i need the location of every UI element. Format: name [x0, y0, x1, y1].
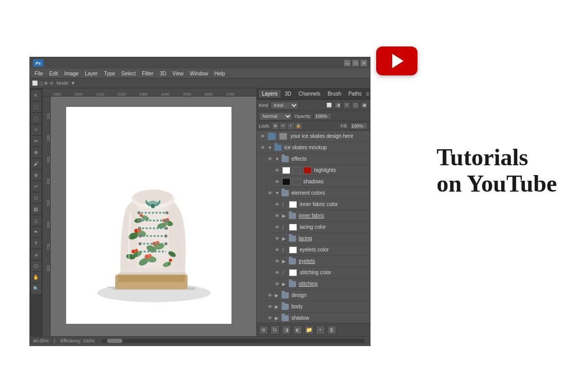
visibility-eye-icon[interactable]: 👁 [273, 212, 281, 219]
layer-item[interactable]: 👁 ▶ shadow [264, 312, 370, 323]
filter-shape-icon[interactable]: ⬡ [352, 102, 359, 109]
move-tool[interactable]: ↖ [31, 90, 41, 101]
layer-item[interactable]: 👁 ▶ lacing [271, 233, 370, 244]
visibility-eye-icon[interactable]: 👁 [266, 190, 273, 197]
tab-paths[interactable]: Paths [345, 90, 365, 98]
expand-icon[interactable]: ▶ [282, 259, 287, 264]
crop-tool[interactable]: ⊹ [31, 124, 41, 135]
filter-select[interactable]: Kind [270, 101, 299, 109]
visibility-eye-icon[interactable]: 👁 [273, 246, 281, 254]
fill-value[interactable]: 100% [350, 122, 368, 130]
layer-item[interactable]: 👁 ▼ effects [264, 153, 370, 165]
minimize-button[interactable]: — [344, 60, 350, 66]
maximize-button[interactable]: □ [352, 60, 359, 66]
layer-item[interactable]: 👁 ƒ inner fabric color [271, 199, 370, 210]
lock-all-icon[interactable]: 🔒 [296, 123, 302, 129]
expand-icon[interactable]: ▼ [275, 191, 280, 196]
visibility-eye-icon[interactable]: 👁 [273, 224, 281, 231]
expand-icon[interactable]: ▶ [282, 213, 287, 218]
add-mask-icon[interactable]: ◑ [282, 325, 291, 335]
blur-tool[interactable]: △ [31, 215, 41, 226]
layer-item[interactable]: 👁 ▶ stitching [271, 278, 370, 290]
tab-brush[interactable]: Brush [324, 90, 344, 98]
visibility-eye-icon[interactable]: 👁 [273, 178, 281, 185]
layer-item[interactable]: 👁 ƒ lacing color [271, 222, 370, 233]
menu-3d[interactable]: 3D [157, 71, 169, 76]
close-button[interactable]: ✕ [361, 60, 367, 66]
link-layers-icon[interactable]: ⊕ [259, 325, 268, 335]
visibility-eye-icon[interactable]: 👁 [259, 144, 266, 151]
expand-icon[interactable]: ▼ [268, 145, 273, 150]
layer-item[interactable]: 👁 ▶ inner fabric [271, 210, 370, 222]
brush-tool[interactable]: 🖌 [31, 159, 41, 169]
expand-icon[interactable]: ▶ [275, 293, 280, 298]
path-tool[interactable]: ⊿ [31, 249, 41, 260]
eraser-tool[interactable]: ◻ [31, 193, 41, 203]
menu-window[interactable]: Window [187, 71, 211, 76]
layer-item[interactable]: 👁 ƒ stitching color [271, 267, 370, 278]
type-tool[interactable]: T [31, 238, 41, 248]
filter-smart-icon[interactable]: ◉ [361, 102, 368, 109]
youtube-button[interactable] [376, 46, 417, 75]
menu-edit[interactable]: Edit [47, 71, 60, 76]
layer-item[interactable]: 👁 ƒ eyelets color [271, 244, 370, 256]
visibility-eye-icon[interactable]: 👁 [266, 315, 273, 322]
expand-icon[interactable]: ▼ [275, 156, 280, 162]
visibility-eye-icon[interactable]: 👁 [273, 235, 281, 242]
tab-channels[interactable]: Channels [296, 90, 323, 98]
gradient-tool[interactable]: ▤ [31, 204, 41, 214]
layer-item[interactable]: 👁 ▶ design [264, 290, 370, 301]
new-layer-icon[interactable]: + [316, 325, 325, 335]
expand-icon[interactable]: ▶ [282, 236, 287, 241]
lock-position-icon[interactable]: + [288, 123, 294, 129]
lasso-tool[interactable]: ◌ [31, 113, 41, 123]
pen-tool[interactable]: ✒ [31, 227, 41, 237]
fx-icon[interactable]: fx [270, 325, 280, 335]
visibility-eye-icon[interactable]: 👁 [273, 269, 281, 276]
blend-mode-select[interactable]: Normal [259, 112, 292, 120]
filter-type-icon[interactable]: T [343, 102, 350, 109]
visibility-eye-icon[interactable]: 👁 [273, 258, 281, 265]
select-tool[interactable]: ⬚ [31, 102, 41, 112]
expand-icon[interactable]: ▶ [282, 281, 287, 287]
hand-tool[interactable]: ✋ [31, 272, 41, 283]
menu-file[interactable]: File [32, 71, 45, 76]
delete-layer-icon[interactable]: 🗑 [327, 325, 336, 335]
filter-adj-icon[interactable]: ◑ [334, 102, 342, 109]
adjustment-icon[interactable]: ◐ [293, 325, 302, 335]
visibility-eye-icon[interactable]: 👁 [266, 303, 273, 310]
menu-view[interactable]: View [170, 71, 187, 76]
layer-item[interactable]: 👁 shadows [271, 176, 370, 187]
menu-select[interactable]: Select [119, 71, 138, 76]
visibility-eye-icon[interactable]: 👁 [259, 133, 266, 140]
layer-item[interactable]: 👁 ▶ eyelets [271, 256, 370, 267]
expand-icon[interactable]: ▶ [275, 304, 280, 309]
eyedropper-tool[interactable]: ✏ [31, 136, 41, 146]
panel-menu-icon[interactable]: ≡ [366, 90, 369, 98]
visibility-eye-icon[interactable]: 👁 [266, 155, 273, 163]
layer-item[interactable]: 👁 ▼ ice skates mockup [257, 142, 370, 153]
menu-help[interactable]: Help [212, 71, 228, 76]
layer-item[interactable]: 👁 highlights [271, 165, 370, 176]
shape-tool[interactable]: ⬡ [31, 261, 41, 271]
visibility-eye-icon[interactable]: 👁 [266, 292, 273, 299]
menu-image[interactable]: Image [61, 71, 81, 76]
history-tool[interactable]: ↩ [31, 181, 41, 192]
tab-layers[interactable]: Layers [259, 90, 281, 98]
heal-tool[interactable]: ⊕ [31, 147, 41, 158]
menu-filter[interactable]: Filter [140, 71, 156, 76]
visibility-eye-icon[interactable]: 👁 [273, 280, 281, 288]
filter-pixel-icon[interactable]: ⬜ [326, 102, 333, 109]
opacity-value[interactable]: 100% [314, 113, 332, 120]
zoom-tool[interactable]: 🔍 [31, 284, 41, 294]
layer-item[interactable]: 👁 ▼ element colors [264, 187, 370, 199]
visibility-eye-icon[interactable]: 👁 [273, 201, 281, 208]
menu-layer[interactable]: Layer [82, 71, 100, 76]
layer-item[interactable]: 👁 ▶ body [264, 301, 370, 312]
menu-type[interactable]: Type [101, 71, 118, 76]
expand-icon[interactable]: ▶ [275, 316, 280, 321]
tab-3d[interactable]: 3D [282, 90, 295, 98]
stamp-tool[interactable]: ⊚ [31, 170, 41, 180]
visibility-eye-icon[interactable]: 👁 [273, 167, 281, 174]
folder-icon[interactable]: 📁 [304, 325, 314, 335]
